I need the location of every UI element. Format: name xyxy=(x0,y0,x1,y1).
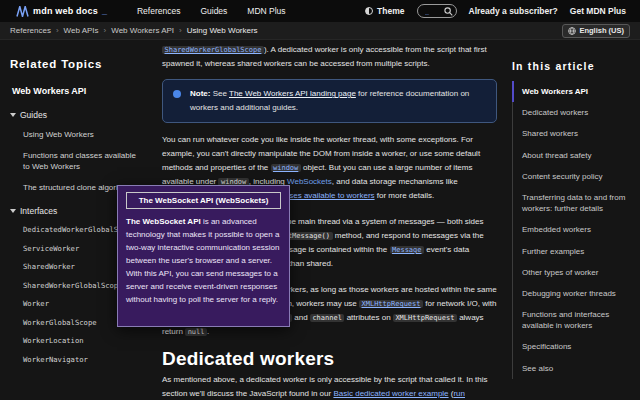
globe-icon xyxy=(568,27,576,35)
toc-item[interactable]: Other types of worker xyxy=(513,262,634,283)
text-segment: XMLHttpRequest xyxy=(393,314,457,322)
toc-item[interactable]: Embedded workers xyxy=(513,219,634,240)
theme-icon xyxy=(365,7,373,15)
breadcrumb-item[interactable]: Web Workers API xyxy=(111,26,174,35)
breadcrumb-item[interactable]: Web APIs xyxy=(64,26,99,35)
toc-item[interactable]: About thread safety xyxy=(513,145,634,166)
toc-item[interactable]: Debugging worker threads xyxy=(513,283,634,304)
breadcrumb-item[interactable]: Using Web Workers xyxy=(187,26,258,35)
sidebar-root-link[interactable]: Web Workers API xyxy=(12,86,144,96)
sidebar-title: Related Topics xyxy=(10,58,144,70)
text-segment: and xyxy=(292,313,310,322)
paragraph-dedicated: As mentioned above, a dedicated worker i… xyxy=(162,373,497,400)
intro-paragraph: SharedWorkerGlobalScope). A dedicated wo… xyxy=(162,43,497,71)
search-icon[interactable] xyxy=(444,7,453,16)
sidebar-item[interactable]: Using Web Workers xyxy=(10,129,144,141)
toc-list: Web Workers APIDedicated workersShared w… xyxy=(512,81,634,379)
breadcrumb-item[interactable]: References xyxy=(10,26,51,35)
info-icon xyxy=(173,90,181,98)
text-segment: , and data storage mechanisms like xyxy=(332,177,458,186)
toc-item[interactable]: Specifications xyxy=(513,336,634,357)
sidebar-item[interactable]: WorkerLocation xyxy=(10,336,144,345)
text-segment: is an advanced technology that makes it … xyxy=(126,217,279,304)
breadcrumb-separator: › xyxy=(56,26,59,35)
toc-item[interactable]: Functions and interfaces available in wo… xyxy=(513,304,634,336)
text-segment: for more details. xyxy=(375,191,435,200)
inline-link[interactable]: Message xyxy=(390,246,425,254)
inline-link[interactable]: XMLHttpRequest xyxy=(359,300,423,308)
breadcrumb-separator: › xyxy=(179,26,182,35)
chevron-down-icon xyxy=(10,113,16,117)
sidebar-section-label: Guides xyxy=(20,110,47,120)
breadcrumb: References›Web APIs›Web Workers API›Usin… xyxy=(10,26,258,35)
logo-cursor: _ xyxy=(102,6,107,16)
inline-link[interactable]: Basic dedicated worker example xyxy=(333,389,448,398)
search-input[interactable] xyxy=(425,7,441,16)
search-box[interactable] xyxy=(417,4,457,18)
sidebar-item[interactable]: Functions and classes available to Web W… xyxy=(10,150,144,173)
websocket-definition-popup: The WebSocket API (WebSockets) The WebSo… xyxy=(117,185,290,327)
inline-link[interactable]: window xyxy=(271,164,301,172)
theme-toggle[interactable]: Theme xyxy=(365,6,404,16)
toc-title: In this article xyxy=(512,60,634,72)
logo-text: mdn web docs xyxy=(33,6,98,16)
nav-link[interactable]: References xyxy=(137,6,180,16)
toc-item[interactable]: See also xyxy=(513,358,634,379)
language-button[interactable]: English (US) xyxy=(562,24,630,38)
toc-item[interactable]: Further examples xyxy=(513,241,634,262)
toc-item[interactable]: Web Workers API xyxy=(512,81,635,102)
text-segment: attributes on xyxy=(344,313,392,322)
already-subscriber-link[interactable]: Already a subscriber? xyxy=(469,6,558,16)
popup-title: The WebSocket API (WebSockets) xyxy=(126,192,281,209)
note-callout: Note: See The Web Workers API landing pa… xyxy=(162,79,497,123)
mdn-logo-icon xyxy=(16,6,29,17)
text-segment: WebSockets xyxy=(287,177,332,186)
toc-item[interactable]: Content security policy xyxy=(513,166,634,187)
nav-link[interactable]: MDN Plus xyxy=(247,6,285,16)
text-segment: The WebSocket API xyxy=(126,217,201,226)
nav-link[interactable]: Guides xyxy=(200,6,227,16)
text-segment: See xyxy=(210,89,229,98)
text-segment: . xyxy=(207,327,209,336)
mdn-logo[interactable]: mdn web docs _ xyxy=(16,6,107,17)
text-segment: null xyxy=(185,328,207,336)
toc-item[interactable]: Shared workers xyxy=(513,123,634,144)
text-segment: method, and respond to messages via the xyxy=(333,231,484,240)
language-label: English (US) xyxy=(579,26,624,35)
guides-list: Using Web WorkersFunctions and classes a… xyxy=(10,129,144,193)
get-mdn-plus-button[interactable]: Get MDN Plus xyxy=(570,6,626,16)
inline-link[interactable]: The Web Workers API landing page xyxy=(229,89,356,98)
breadcrumb-separator: › xyxy=(104,26,107,35)
dedicated-workers-heading: Dedicated workers xyxy=(162,352,497,366)
popup-body: The WebSocket API is an advanced technol… xyxy=(126,215,281,306)
text-segment: Note: xyxy=(190,89,210,98)
theme-label: Theme xyxy=(377,6,404,16)
top-header: mdn web docs _ ReferencesGuidesMDN Plus … xyxy=(0,0,640,22)
toc-item[interactable]: Dedicated workers xyxy=(513,102,634,123)
toc-item[interactable]: Transferring data to and from workers: f… xyxy=(513,187,634,219)
text-segment: channel xyxy=(310,314,345,322)
main-nav: ReferencesGuidesMDN Plus xyxy=(137,6,286,16)
sidebar-section-label: Interfaces xyxy=(20,206,57,216)
inline-link[interactable]: SharedWorkerGlobalScope xyxy=(162,46,264,54)
breadcrumb-bar: References›Web APIs›Web Workers API›Usin… xyxy=(0,22,640,40)
sidebar-item[interactable]: WorkerNavigator xyxy=(10,355,144,364)
note-text: Note: See The Web Workers API landing pa… xyxy=(190,89,469,112)
sidebar-section-guides[interactable]: Guides xyxy=(10,110,144,120)
in-this-article-sidebar: In this article Web Workers APIDedicated… xyxy=(512,40,634,379)
chevron-down-icon xyxy=(10,209,16,213)
